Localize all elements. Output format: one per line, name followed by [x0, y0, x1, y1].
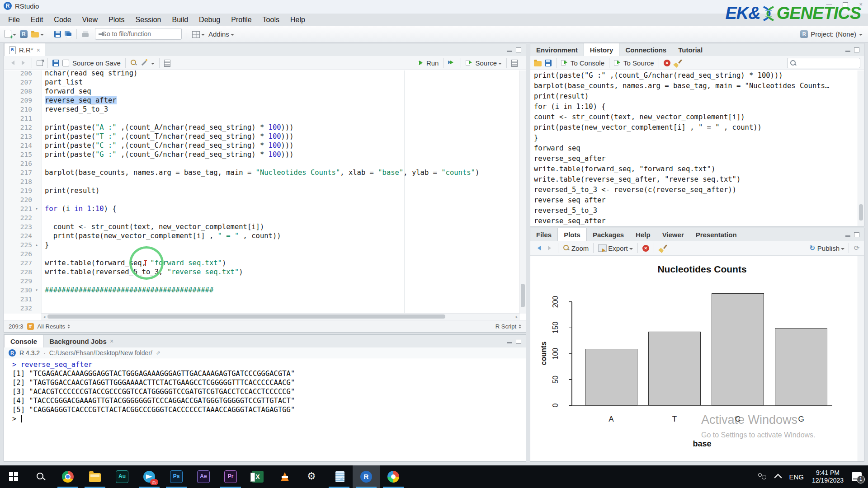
start-taskbar-button[interactable] — [0, 465, 27, 488]
tab-connections[interactable]: Connections — [619, 43, 672, 56]
menu-file[interactable]: File — [3, 14, 25, 26]
excel-taskbar-button[interactable]: X — [244, 465, 271, 488]
save-icon[interactable] — [52, 60, 59, 66]
tab-tutorial[interactable]: Tutorial — [672, 43, 708, 56]
notifications-icon[interactable]: 1 — [852, 472, 862, 481]
editor-vertical-scrollbar[interactable] — [519, 70, 526, 314]
addins-button[interactable]: Addins — [208, 30, 234, 38]
menu-tools[interactable]: Tools — [257, 14, 285, 26]
rstudio-taskbar-button[interactable]: R — [353, 465, 380, 488]
code-tools-icon[interactable] — [141, 59, 148, 66]
people-icon[interactable] — [757, 472, 767, 481]
remove-plot-icon[interactable]: × — [642, 245, 649, 252]
compile-report-icon[interactable] — [164, 60, 170, 67]
tab-help[interactable]: Help — [630, 228, 656, 241]
history-item[interactable]: write.table(reverse_seq_after, "reverse … — [530, 174, 858, 185]
history-item[interactable]: write.table(forward_seq, "forward seq.tx… — [530, 164, 858, 174]
history-item[interactable]: barplot(base_counts, names.arg = base_ta… — [530, 81, 858, 91]
fold-marker-icon[interactable]: ▴ — [32, 240, 41, 249]
clock[interactable]: 9:41 PM 12/19/2023 — [812, 469, 844, 484]
next-plot-icon[interactable] — [545, 244, 553, 252]
to-console-button[interactable]: To Console — [561, 59, 604, 67]
minimize-pane-icon[interactable] — [507, 342, 512, 343]
new-file-button[interactable] — [5, 30, 16, 38]
scroll-left-icon[interactable]: ◂ — [42, 314, 47, 319]
tab-r-script[interactable]: R R.R* × — [4, 43, 45, 56]
scrollbar-thumb[interactable] — [47, 314, 445, 319]
back-icon[interactable] — [8, 59, 16, 67]
notepad-taskbar-button[interactable] — [326, 465, 353, 488]
tab-viewer[interactable]: Viewer — [656, 228, 690, 241]
source-on-save-checkbox[interactable] — [62, 60, 69, 66]
history-item[interactable]: print(paste("G :" ,(count_G/nchar(read_s… — [530, 70, 858, 81]
language-indicator[interactable]: ENG — [789, 473, 804, 481]
search-taskbar-button[interactable] — [27, 465, 54, 488]
menu-help[interactable]: Help — [285, 14, 311, 26]
fold-marker-icon[interactable]: ▾ — [32, 286, 41, 295]
goto-file-function-input[interactable] — [101, 30, 184, 38]
project-selector[interactable]: R Project: (None) — [800, 30, 863, 38]
file-explorer-taskbar-button[interactable] — [81, 465, 108, 488]
tab-environment[interactable]: Environment — [530, 43, 584, 56]
history-item[interactable]: print(paste(new_vector_complement[i] , "… — [530, 122, 858, 133]
menu-build[interactable]: Build — [167, 14, 194, 26]
clear-plots-icon[interactable] — [659, 244, 666, 252]
audition-taskbar-button[interactable]: Au — [108, 465, 136, 488]
find-replace-icon[interactable] — [130, 59, 137, 66]
settings-taskbar-button[interactable] — [298, 465, 326, 488]
file-type-selector[interactable]: R Script — [495, 323, 521, 330]
menu-view[interactable]: View — [77, 14, 103, 26]
history-list[interactable]: print(paste("G :" ,(count_G/nchar(read_s… — [530, 70, 858, 226]
console-output[interactable]: > reverse_seq_after[1] "TCGAGACACAAAGGGA… — [4, 359, 526, 461]
history-scrollbar[interactable] — [858, 70, 864, 226]
save-button[interactable] — [54, 31, 61, 38]
chrome-taskbar-button[interactable] — [54, 465, 81, 488]
scroll-right-icon[interactable]: ▸ — [514, 314, 519, 319]
to-source-button[interactable]: To Source — [614, 59, 654, 67]
save-all-button[interactable] — [65, 31, 71, 38]
plots-scrollbar[interactable] — [858, 256, 864, 461]
source-button[interactable]: Source — [466, 59, 502, 67]
vlc-taskbar-button[interactable] — [271, 465, 298, 488]
console-prompt[interactable]: > — [12, 414, 526, 423]
editor-horizontal-scrollbar[interactable]: ◂ ▸ — [41, 313, 520, 320]
tab-history[interactable]: History — [584, 43, 620, 56]
menu-edit[interactable]: Edit — [25, 14, 49, 26]
menu-code[interactable]: Code — [48, 14, 76, 26]
tab-plots[interactable]: Plots — [557, 228, 587, 241]
history-item[interactable]: for (i in 1:10) { — [530, 102, 858, 112]
previous-plot-icon[interactable] — [534, 244, 542, 252]
after-effects-taskbar-button[interactable]: Ae — [190, 465, 217, 488]
tab-presentation[interactable]: Presentation — [690, 228, 743, 241]
scrollbar-thumb[interactable] — [521, 284, 525, 307]
history-item[interactable]: reversed_5_to_3 <- reverse(c(reverse_seq… — [530, 185, 858, 195]
scrollbar-thumb[interactable] — [859, 204, 863, 221]
history-item[interactable]: reversed_5_to_3 — [530, 206, 858, 216]
remove-entries-icon[interactable]: × — [664, 60, 670, 66]
open-file-button[interactable] — [31, 30, 44, 38]
close-icon[interactable]: × — [110, 338, 113, 345]
scope-selector[interactable]: All Results — [38, 323, 70, 330]
code-editor[interactable]: 206nchar(read_seq_string)207part_list208… — [4, 70, 520, 314]
menu-session[interactable]: Session — [130, 14, 167, 26]
fold-marker-icon[interactable]: ▾ — [32, 204, 41, 213]
print-button[interactable] — [82, 31, 89, 37]
maximize-pane-icon[interactable] — [854, 47, 859, 52]
minimize-pane-icon[interactable] — [507, 51, 512, 52]
history-item[interactable]: count <- str_count(text, new_vector_comp… — [530, 112, 858, 122]
history-item[interactable]: } — [530, 133, 858, 143]
menu-plots[interactable]: Plots — [103, 14, 130, 26]
open-in-new-window-icon[interactable] — [37, 61, 43, 66]
run-button[interactable]: Run — [418, 59, 439, 67]
telegram-taskbar-button[interactable]: 25 — [136, 465, 163, 488]
menu-profile[interactable]: Profile — [226, 14, 257, 26]
maximize-pane-icon[interactable] — [516, 339, 521, 344]
refresh-icon[interactable]: ⟳ — [853, 244, 860, 252]
history-item[interactable]: reverse_seq_after — [530, 216, 858, 226]
export-button[interactable]: Export — [598, 244, 632, 252]
pane-layout-button[interactable] — [192, 30, 205, 38]
zoom-button[interactable]: Zoom — [563, 244, 589, 252]
history-item[interactable]: reverse_seq_after — [530, 154, 858, 164]
paint-taskbar-button[interactable] — [380, 465, 407, 488]
close-icon[interactable]: × — [37, 47, 40, 54]
